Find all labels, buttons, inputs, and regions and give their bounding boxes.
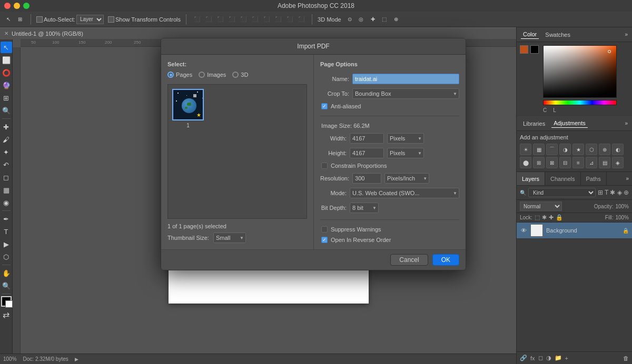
mode-select[interactable]: U.S. Web Coated (SWO... sRGB (350, 188, 459, 198)
resolution-unit-select[interactable]: Pixels/Inch Pixels/cm (384, 173, 429, 184)
dialog-footer: Cancel OK (161, 249, 466, 270)
dialog-right-pane: Page Options Name: Crop To: Bounding Box… (314, 55, 466, 249)
suppress-warnings-label: Suppress Warnings (331, 226, 381, 232)
name-label: Name: (320, 76, 349, 82)
select-label: Select: (167, 61, 307, 67)
satellite-image (193, 94, 196, 97)
anti-aliased-checkbox[interactable] (321, 103, 328, 109)
dialog-overlay: Import PDF Select: Pages Images 3D (0, 0, 632, 364)
thumbnail-page-number: 1 (186, 123, 190, 128)
height-input[interactable] (350, 148, 384, 158)
image-size-text: Image Size: 66.2M (320, 123, 459, 129)
height-row: Height: Pixels Inches cm (320, 148, 459, 158)
dialog-title: Import PDF (161, 38, 466, 55)
thumbnail-item-1[interactable]: ★ 1 (172, 89, 204, 128)
divider-2 (320, 219, 459, 220)
radio-3d-label: 3D (241, 72, 248, 78)
radio-pages-label: Pages (176, 72, 192, 78)
bit-depth-label: Bit Depth: (320, 205, 347, 211)
import-pdf-dialog: Import PDF Select: Pages Images 3D (161, 38, 466, 270)
pages-selected-text: 1 of 1 page(s) selected (167, 223, 307, 229)
radio-images[interactable]: Images (199, 72, 226, 78)
dialog-left-bottom: 1 of 1 page(s) selected Thumbnail Size: … (167, 223, 307, 243)
constrain-label: Constrain Proportions (331, 163, 387, 169)
thumbnail-size-select[interactable]: Small Medium Large (213, 232, 246, 243)
crop-to-select[interactable]: Bounding Box Media Box Crop Box Bleed Bo… (352, 88, 459, 99)
constrain-row: Constrain Proportions (320, 163, 459, 169)
anti-aliased-label: Anti-aliased (331, 103, 361, 109)
page-options-title: Page Options (320, 61, 459, 67)
thumbnail-size-row: Thumbnail Size: Small Medium Large (167, 232, 307, 243)
mode-label: Mode: (320, 190, 347, 196)
height-label: Height: (320, 150, 347, 156)
constrain-checkbox[interactable] (321, 163, 328, 169)
thumbnail-size-select-wrapper: Small Medium Large (213, 232, 246, 243)
anti-aliased-row: Anti-aliased (320, 103, 459, 109)
divider-1 (320, 116, 459, 116)
mode-row: Mode: U.S. Web Coated (SWO... sRGB (320, 188, 459, 198)
suppress-warnings-row: Suppress Warnings (320, 226, 459, 232)
width-row: Width: Pixels Inches cm (320, 133, 459, 144)
thumbnail-size-label: Thumbnail Size: (167, 235, 209, 241)
radio-pages[interactable]: Pages (167, 72, 192, 78)
name-input[interactable] (352, 74, 459, 84)
height-unit-select[interactable]: Pixels Inches cm (387, 148, 424, 158)
resolution-input[interactable] (352, 173, 381, 184)
radio-images-label: Images (207, 72, 226, 78)
width-unit-wrapper: Pixels Inches cm (387, 133, 424, 144)
thumbnail-image-1: ★ (172, 89, 204, 120)
dialog-body: Select: Pages Images 3D (161, 55, 466, 249)
height-unit-wrapper: Pixels Inches cm (387, 148, 424, 158)
width-input[interactable] (350, 133, 384, 144)
crop-to-label: Crop To: (320, 90, 349, 97)
bit-depth-select[interactable]: 8 bit 16 bit 32 bit (350, 203, 379, 213)
dialog-left-pane: Select: Pages Images 3D (161, 55, 314, 249)
earth-image (182, 98, 196, 113)
select-type-group: Pages Images 3D (167, 72, 307, 78)
resolution-unit-wrapper: Pixels/Inch Pixels/cm (384, 173, 429, 184)
width-label: Width: (320, 135, 347, 141)
crop-to-select-wrapper: Bounding Box Media Box Crop Box Bleed Bo… (352, 88, 459, 99)
cancel-button[interactable]: Cancel (390, 254, 428, 266)
open-reverse-label: Open In Reverse Order (331, 237, 391, 243)
bit-depth-row: Bit Depth: 8 bit 16 bit 32 bit (320, 203, 459, 213)
resolution-row: Resolution: Pixels/Inch Pixels/cm (320, 173, 459, 184)
radio-3d-circle[interactable] (232, 72, 239, 78)
suppress-warnings-checkbox[interactable] (321, 226, 328, 232)
thumbnail-area: ★ 1 (167, 84, 307, 219)
resolution-label: Resolution: (320, 175, 349, 181)
name-row: Name: (320, 74, 459, 84)
radio-images-circle[interactable] (199, 72, 205, 78)
ok-button[interactable]: OK (432, 254, 459, 266)
mode-select-wrapper: U.S. Web Coated (SWO... sRGB (350, 188, 459, 198)
crop-to-row: Crop To: Bounding Box Media Box Crop Box… (320, 88, 459, 99)
radio-pages-circle[interactable] (167, 72, 174, 78)
open-reverse-checkbox[interactable] (321, 237, 328, 243)
bit-depth-select-wrapper: 8 bit 16 bit 32 bit (350, 203, 379, 213)
radio-3d[interactable]: 3D (232, 72, 248, 78)
open-reverse-row: Open In Reverse Order (320, 237, 459, 243)
width-unit-select[interactable]: Pixels Inches cm (387, 133, 424, 144)
